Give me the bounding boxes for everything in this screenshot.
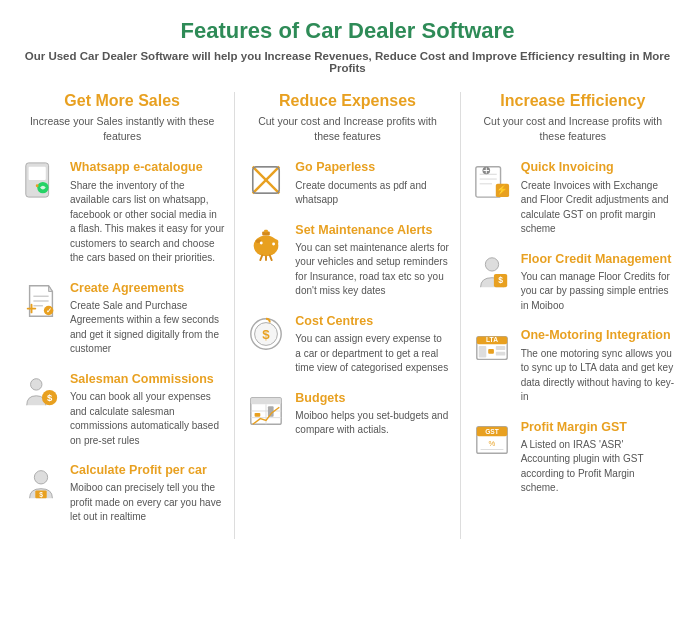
floorcredit-text: Floor Credit Management You can manage F…: [521, 251, 675, 314]
feature-floorcredit: $ Floor Credit Management You can manage…: [471, 251, 675, 314]
budgets-desc: Moiboo helps you set-budgets and compare…: [295, 409, 449, 438]
svg-point-12: [34, 471, 47, 484]
gst-desc: A Listed on IRAS 'ASR' Accounting plugin…: [521, 438, 675, 496]
feature-maintenance: Set Maintenance Alerts You can set maint…: [245, 222, 449, 299]
col2-header: Reduce Expenses Cut your cost and Increa…: [245, 92, 449, 149]
col2-heading: Reduce Expenses: [245, 92, 449, 110]
svg-text:$: $: [498, 275, 503, 285]
paperless-desc: Create documents as pdf and whatsapp: [295, 179, 449, 208]
maintenance-desc: You can set maintenance alerts for your …: [295, 241, 449, 299]
svg-rect-55: [495, 346, 505, 350]
svg-rect-1: [29, 167, 46, 180]
col2-desc: Cut your cost and Increase profits with …: [245, 114, 449, 143]
invoicing-text: Quick Invoicing Create Invoices with Exc…: [521, 159, 675, 236]
page-header: Features of Car Dealer Software Our Used…: [0, 0, 695, 82]
costcentres-desc: You can assign every expense to a car or…: [295, 332, 449, 376]
svg-rect-56: [495, 352, 505, 356]
invoicing-title: Quick Invoicing: [521, 159, 675, 175]
agreements-icon: ✓: [20, 280, 62, 322]
svg-text:$: $: [47, 391, 53, 402]
invoicing-desc: Create Invoices with Exchange and Floor …: [521, 179, 675, 237]
gst-icon: GST %: [471, 419, 513, 461]
col1-header: Get More Sales Increase your Sales insta…: [20, 92, 224, 149]
feature-motoring: LTA One-Motoring Integration The one mot…: [471, 327, 675, 404]
motoring-title: One-Motoring Integration: [521, 327, 675, 343]
costcentres-text: Cost Centres You can assign every expens…: [295, 313, 449, 376]
svg-rect-24: [264, 229, 268, 232]
column-efficiency: Increase Efficiency Cut your cost and In…: [461, 92, 685, 539]
feature-budgets: Budgets Moiboo helps you set-budgets and…: [245, 390, 449, 438]
svg-rect-33: [251, 397, 281, 404]
svg-line-27: [270, 255, 272, 260]
profit-text: Calculate Profit per car Moiboo can prec…: [70, 462, 224, 525]
feature-gst: GST % Profit Margin GST A Listed on IRAS…: [471, 419, 675, 496]
floorcredit-icon: $: [471, 251, 513, 293]
feature-invoicing: ⚡ Quick Invoicing Create Invoices with E…: [471, 159, 675, 236]
svg-rect-37: [255, 413, 261, 417]
page-title: Features of Car Dealer Software: [20, 18, 675, 44]
budgets-icon: [245, 390, 287, 432]
paperless-title: Go Paperless: [295, 159, 449, 175]
agreements-desc: Create Sale and Purchase Agreements with…: [70, 299, 224, 357]
svg-text:$: $: [263, 327, 271, 342]
agreements-title: Create Agreements: [70, 280, 224, 296]
maintenance-title: Set Maintenance Alerts: [295, 222, 449, 238]
feature-profit: $ Calculate Profit per car Moiboo can pr…: [20, 462, 224, 525]
gst-title: Profit Margin GST: [521, 419, 675, 435]
svg-text:LTA: LTA: [486, 337, 498, 344]
feature-salesman: $ Salesman Commissions You can book all …: [20, 371, 224, 448]
svg-text:GST: GST: [485, 428, 499, 435]
col1-heading: Get More Sales: [20, 92, 224, 110]
gst-text: Profit Margin GST A Listed on IRAS 'ASR'…: [521, 419, 675, 496]
svg-point-22: [260, 241, 263, 244]
salesman-title: Salesman Commissions: [70, 371, 224, 387]
costcentres-icon: $: [245, 313, 287, 355]
svg-text:⚡: ⚡: [496, 185, 508, 197]
maintenance-icon: [245, 222, 287, 264]
svg-rect-54: [488, 349, 494, 354]
motoring-text: One-Motoring Integration The one motorin…: [521, 327, 675, 404]
maintenance-text: Set Maintenance Alerts You can set maint…: [295, 222, 449, 299]
col3-desc: Cut your cost and Increase profits with …: [471, 114, 675, 143]
column-sales: Get More Sales Increase your Sales insta…: [10, 92, 234, 539]
svg-text:✓: ✓: [46, 307, 52, 314]
svg-point-9: [31, 379, 42, 390]
col3-heading: Increase Efficiency: [471, 92, 675, 110]
whatsapp-icon: [20, 159, 62, 201]
columns-container: Get More Sales Increase your Sales insta…: [0, 82, 695, 539]
budgets-text: Budgets Moiboo helps you set-budgets and…: [295, 390, 449, 438]
invoicing-icon: ⚡: [471, 159, 513, 201]
svg-text:%: %: [488, 438, 495, 447]
svg-point-3: [36, 185, 39, 188]
motoring-desc: The one motoring sync allows you to sync…: [521, 347, 675, 405]
whatsapp-text: Whatsapp e-catalogue Share the inventory…: [70, 159, 224, 265]
feature-whatsapp: Whatsapp e-catalogue Share the inventory…: [20, 159, 224, 265]
whatsapp-desc: Share the inventory of the available car…: [70, 179, 224, 266]
salesman-icon: $: [20, 371, 62, 413]
whatsapp-title: Whatsapp e-catalogue: [70, 159, 224, 175]
feature-costcentres: $ Cost Centres You can assign every expe…: [245, 313, 449, 376]
salesman-desc: You can book all your expenses and calcu…: [70, 390, 224, 448]
col1-desc: Increase your Sales instantly with these…: [20, 114, 224, 143]
feature-paperless: Go Paperless Create documents as pdf and…: [245, 159, 449, 207]
svg-line-25: [261, 255, 263, 260]
profit-desc: Moiboo can precisely tell you the profit…: [70, 481, 224, 525]
profit-icon: $: [20, 462, 62, 504]
floorcredit-desc: You can manage Floor Credits for you car…: [521, 270, 675, 314]
paperless-icon: [245, 159, 287, 201]
feature-agreements: ✓ Create Agreements Create Sale and Purc…: [20, 280, 224, 357]
floorcredit-title: Floor Credit Management: [521, 251, 675, 267]
svg-point-19: [254, 235, 279, 256]
motoring-icon: LTA: [471, 327, 513, 369]
budgets-title: Budgets: [295, 390, 449, 406]
svg-point-28: [273, 242, 276, 245]
page-subtitle: Our Used Car Dealer Software will help y…: [20, 50, 675, 74]
salesman-text: Salesman Commissions You can book all yo…: [70, 371, 224, 448]
svg-point-48: [485, 257, 498, 270]
profit-title: Calculate Profit per car: [70, 462, 224, 478]
paperless-text: Go Paperless Create documents as pdf and…: [295, 159, 449, 207]
svg-rect-53: [478, 346, 486, 357]
costcentres-title: Cost Centres: [295, 313, 449, 329]
col3-header: Increase Efficiency Cut your cost and In…: [471, 92, 675, 149]
svg-text:$: $: [39, 491, 43, 499]
